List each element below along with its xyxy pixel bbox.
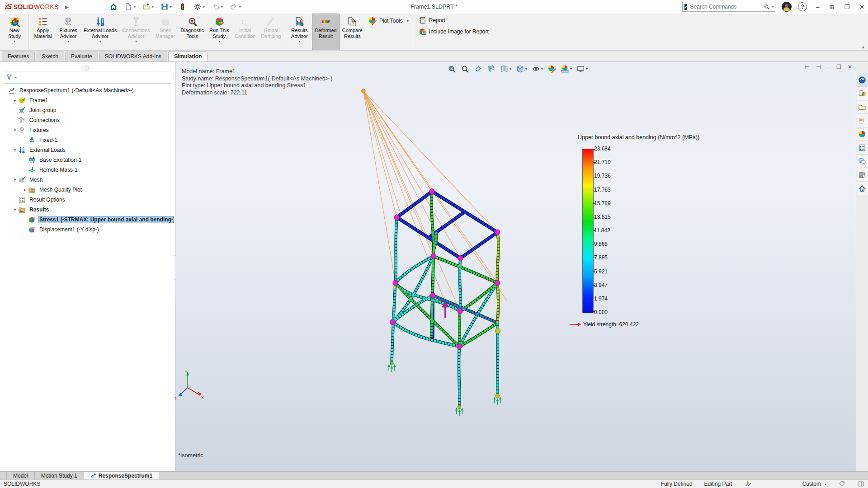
tree-item-mesh[interactable]: ▾Mesh	[0, 175, 174, 185]
search-icon[interactable]	[764, 4, 770, 10]
tree-item-fixtures[interactable]: ▾Fixtures	[0, 125, 174, 135]
books-tab[interactable]	[857, 169, 868, 182]
ribbon-external-loads-advisor-button[interactable]: External Loads Advisor▾	[81, 14, 119, 50]
apply-scene-button[interactable]: ▾	[560, 64, 573, 74]
ribbon-new-study-button[interactable]: New Study▾	[2, 14, 27, 50]
ribbon-collapse-icon[interactable]: ▲	[861, 45, 865, 49]
ribbon-diagnostic-tools-button[interactable]: Diagnostic Tools	[178, 14, 207, 50]
doc-minimize-button[interactable]: –	[827, 64, 830, 70]
undo-button[interactable]: ▾	[210, 2, 225, 12]
filter-caret-icon[interactable]: ▾	[15, 75, 17, 80]
tree-item-fixed-1[interactable]: Fixed-1	[0, 135, 174, 145]
panel-splitter-handle[interactable]	[85, 66, 90, 70]
ribbon-compare-results-button[interactable]: ?Compare Results	[340, 14, 365, 50]
expander-open-icon[interactable]: ▾	[12, 207, 18, 212]
zoom-fit-button[interactable]	[447, 64, 457, 74]
minimize-button[interactable]: –	[816, 4, 819, 10]
doc-tab-responsespectrum1[interactable]: ResponseSpectrum1	[84, 472, 159, 479]
tree-item-result[interactable]: Result Options	[0, 195, 174, 205]
doc-restore-button[interactable]: ❐	[836, 64, 841, 70]
tree-item-displacement1[interactable]: uDisplacement1 (-Y disp-)	[0, 225, 174, 235]
restore-button[interactable]: ❐	[844, 4, 849, 10]
open-button[interactable]: ▾	[141, 2, 156, 12]
doc-close-button[interactable]: ✕	[848, 64, 852, 70]
redo-button[interactable]: ▾	[228, 2, 243, 12]
statusbar-custom-toolbar[interactable]: Custom ▴	[802, 481, 826, 487]
expander-closed-icon[interactable]: ▸	[12, 98, 18, 103]
graphics-viewport[interactable]: Y X Z Model name: Frame1Study name: Resp…	[175, 62, 856, 471]
tree-item-mesh[interactable]: ▸Mesh Quality Plot	[0, 185, 174, 195]
file-explorer-tab[interactable]	[857, 101, 868, 114]
tile-left-icon[interactable]: ⊢	[805, 64, 810, 70]
home-button[interactable]	[108, 2, 119, 12]
dropdown-caret-icon[interactable]: ▾	[152, 5, 154, 9]
search-caret-icon[interactable]: ▾	[772, 5, 774, 9]
close-button[interactable]: ✕	[859, 4, 864, 10]
ribbon-results-advisor-button[interactable]: Results Advisor▾	[287, 14, 312, 50]
tab-evaluate[interactable]: Evaluate	[65, 52, 98, 61]
search-input[interactable]	[689, 3, 761, 10]
statusbar-tag-icon[interactable]	[838, 480, 845, 488]
tree-item-stress1[interactable]: σStress1 (-STRMAX: Upper bound axial and…	[0, 215, 174, 225]
view-settings-button[interactable]: ▾	[576, 64, 589, 74]
section-view-button[interactable]	[486, 64, 496, 74]
dropdown-caret-icon[interactable]: ▾	[525, 67, 527, 71]
ribbon-fixtures-advisor-button[interactable]: Fixtures Advisor▾	[56, 14, 81, 50]
dropdown-caret-icon[interactable]: ▾	[541, 67, 543, 71]
previous-view-button[interactable]	[473, 64, 483, 74]
zoom-area-button[interactable]	[460, 64, 470, 74]
tab-simulation[interactable]: Simulation	[168, 52, 208, 61]
display-style-button[interactable]: ▾	[515, 64, 528, 74]
view-palette-tab[interactable]	[857, 114, 868, 127]
save-button[interactable]: ▾	[159, 2, 174, 12]
tab-sketch[interactable]: Sketch	[36, 52, 64, 61]
user-avatar[interactable]	[782, 2, 792, 12]
tab-features[interactable]: Features	[2, 52, 35, 61]
home-tab-tab[interactable]	[857, 182, 868, 195]
tree-item-responsespectrum1[interactable]: ResponseSpectrum1 (-Default<As Machined>…	[0, 85, 174, 95]
dropdown-caret-icon[interactable]: ▾	[509, 67, 511, 71]
dropdown-caret-icon[interactable]: ▾	[203, 5, 205, 9]
dropdown-caret-icon[interactable]: ▾	[170, 5, 172, 9]
search-commands-box[interactable]: > ▾	[682, 2, 775, 12]
settings-button[interactable]: ▾	[192, 2, 207, 12]
expander-open-icon[interactable]: ▾	[12, 148, 18, 152]
switch-window-button[interactable]: ⊞	[830, 4, 835, 10]
tree-item-external[interactable]: ▾External Loads	[0, 145, 174, 155]
new-doc-button[interactable]: ▾	[123, 2, 137, 12]
dropdown-caret-icon[interactable]: ▾	[570, 67, 572, 71]
ribbon-run-this-study-button[interactable]: Run This Study▾	[207, 14, 232, 50]
edit-appearance-button[interactable]	[547, 64, 557, 74]
resources-tab[interactable]	[857, 74, 868, 87]
statusbar-warning-icon[interactable]: !	[744, 480, 752, 488]
tree-item-connections[interactable]: Connections	[0, 115, 174, 125]
tree-item-joint[interactable]: Joint group	[0, 105, 174, 115]
menu-expand-arrow[interactable]: ▶	[65, 5, 69, 9]
ribbon-report-button[interactable]: Report	[418, 16, 489, 24]
tree-item-base[interactable]: Base Excitation-1	[0, 155, 174, 165]
ribbon-include-image-for-report-button[interactable]: Include Image for Report	[418, 28, 489, 36]
tree-item-results[interactable]: ▾Results	[0, 205, 174, 215]
dropdown-caret-icon[interactable]: ▾	[134, 5, 136, 9]
custom-properties-tab[interactable]	[857, 141, 868, 155]
design-library-tab[interactable]	[857, 87, 868, 100]
tree-item-frame1[interactable]: ▸Frame1	[0, 95, 174, 105]
tree-item-remote[interactable]: Remote Mass-1	[0, 165, 174, 175]
doc-tab-model[interactable]: Model	[6, 472, 35, 479]
statusbar-panel-icon[interactable]	[857, 480, 864, 488]
plot-tools-button[interactable]: Plot Tools ▾	[368, 16, 409, 25]
ribbon-deformed-result-button[interactable]: Deformed Result	[312, 14, 339, 50]
tile-right-icon[interactable]: ⊣	[816, 64, 821, 70]
expander-open-icon[interactable]: ▾	[12, 178, 18, 182]
dropdown-caret-icon[interactable]: ▾	[239, 5, 241, 9]
forum-tab[interactable]	[857, 155, 868, 168]
help-button[interactable]: ?	[798, 2, 807, 11]
tab-solidworks-add-ins[interactable]: SOLIDWORKS Add-Ins	[99, 52, 167, 61]
dropdown-caret-icon[interactable]: ▾	[586, 67, 588, 71]
filter-icon[interactable]	[6, 74, 13, 81]
hide-show-button[interactable]: ▾	[531, 64, 544, 74]
dropdown-caret-icon[interactable]: ▾	[221, 5, 223, 9]
expander-closed-icon[interactable]: ▸	[22, 188, 28, 192]
view-orientation-button[interactable]: ▾	[499, 64, 512, 74]
ribbon-apply-material-button[interactable]: Apply Material	[30, 14, 56, 50]
